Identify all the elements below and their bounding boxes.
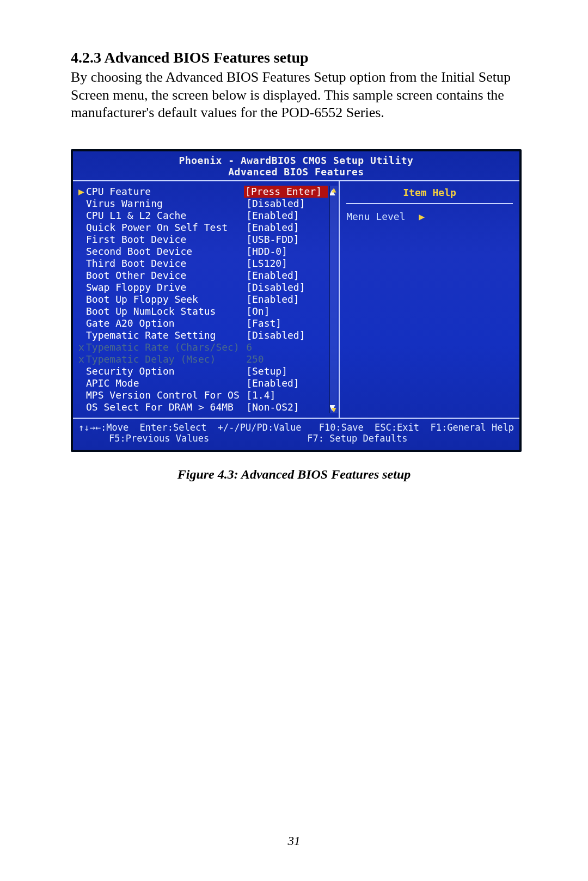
bios-option-label: Boot Up Floppy Seek xyxy=(86,293,246,305)
bios-option-value[interactable]: [Non-OS2] xyxy=(246,401,328,413)
bios-option-value[interactable]: [Enabled] xyxy=(246,222,328,234)
bios-option-row[interactable]: Typematic Rate Setting[Disabled] xyxy=(78,329,336,341)
figure-caption: Figure 4.3: Advanced BIOS Features setup xyxy=(71,467,517,482)
bios-option-row[interactable]: Quick Power On Self Test[Enabled] xyxy=(78,222,336,234)
bios-body: ▶CPU Feature[Press Enter]▲ Virus Warning… xyxy=(73,180,519,418)
bios-option-label: Typematic Delay (Msec) xyxy=(86,353,246,365)
bios-footer: ↑↓→←:Move Enter:Select +/-/PU/PD:Value F… xyxy=(73,419,519,450)
option-marker xyxy=(78,258,86,270)
option-marker xyxy=(78,270,86,282)
bios-options-pane: ▶CPU Feature[Press Enter]▲ Virus Warning… xyxy=(73,181,340,417)
bios-option-value[interactable]: [Enabled] xyxy=(246,210,328,222)
bios-option-label: APIC Mode xyxy=(86,377,246,389)
bios-title-line-2: Advanced BIOS Features xyxy=(73,166,519,178)
bios-option-label: CPU L1 & L2 Cache xyxy=(86,210,246,222)
bios-option-value[interactable]: [On] xyxy=(246,305,328,317)
bios-option-value[interactable]: [1.4] xyxy=(246,389,328,401)
bios-option-value[interactable]: [HDD-0] xyxy=(246,246,328,258)
disabled-marker-icon: x xyxy=(78,341,86,353)
bios-option-row: xTypematic Delay (Msec)250 xyxy=(78,353,336,365)
bios-option-label: Security Option xyxy=(86,365,246,377)
option-marker xyxy=(78,329,86,341)
disabled-marker-icon: x xyxy=(78,353,86,365)
bios-option-value[interactable]: [Enabled] xyxy=(246,270,328,282)
option-marker xyxy=(78,365,86,377)
bios-option-row[interactable]: Virus Warning[Disabled] xyxy=(78,198,336,210)
scroll-up-icon[interactable]: ▲ xyxy=(330,186,338,193)
option-marker xyxy=(78,377,86,389)
bios-option-value[interactable]: [Enabled] xyxy=(246,377,328,389)
bios-option-row[interactable]: Gate A20 Option[Fast] xyxy=(78,317,336,329)
bios-option-label: Virus Warning xyxy=(86,198,246,210)
footer-nav-hint-right: F10:Save ESC:Exit F1:General Help xyxy=(319,422,514,433)
footer-nav-hint-left: ↑↓→←:Move Enter:Select +/-/PU/PD:Value xyxy=(78,422,301,433)
bios-option-value[interactable]: [Fast] xyxy=(246,317,328,329)
option-marker xyxy=(78,234,86,246)
bios-option-row[interactable]: MPS Version Control For OS[1.4] xyxy=(78,389,336,401)
option-marker xyxy=(78,389,86,401)
bios-option-row[interactable]: First Boot Device[USB-FDD] xyxy=(78,234,336,246)
bios-option-row[interactable]: OS Select For DRAM > 64MB[Non-OS2]▼ xyxy=(78,401,336,413)
footer-f5-hint: F5:Previous Values xyxy=(109,433,209,444)
bios-option-row[interactable]: ▶CPU Feature[Press Enter]▲ xyxy=(78,186,336,198)
bios-option-value[interactable]: [USB-FDD] xyxy=(246,234,328,246)
body-paragraph: By choosing the Advanced BIOS Features S… xyxy=(71,69,517,122)
bios-option-row[interactable]: Boot Up NumLock Status[On] xyxy=(78,305,336,317)
option-marker xyxy=(78,282,86,293)
bios-option-value: 6 xyxy=(246,341,328,353)
footer-f7-hint: F7: Setup Defaults xyxy=(307,433,407,444)
item-help-title: Item Help xyxy=(346,187,513,204)
bios-option-label: MPS Version Control For OS xyxy=(86,389,246,401)
bios-option-label: CPU Feature xyxy=(86,186,244,198)
bios-option-row: xTypematic Rate (Chars/Sec)6 xyxy=(78,341,336,353)
option-marker xyxy=(78,246,86,258)
bios-option-row[interactable]: APIC Mode[Enabled] xyxy=(78,377,336,389)
bios-title-line-1: Phoenix - AwardBIOS CMOS Setup Utility xyxy=(73,155,519,167)
menu-level-arrow-icon: ▶ xyxy=(419,211,425,222)
bios-option-label: Boot Up NumLock Status xyxy=(86,305,246,317)
bios-option-row[interactable]: CPU L1 & L2 Cache[Enabled] xyxy=(78,210,336,222)
bios-option-row[interactable]: Boot Up Floppy Seek[Enabled] xyxy=(78,293,336,305)
bios-option-label: Third Boot Device xyxy=(86,258,246,270)
option-marker xyxy=(78,401,86,413)
bios-option-label: Gate A20 Option xyxy=(86,317,246,329)
option-marker xyxy=(78,210,86,222)
bios-option-label: Boot Other Device xyxy=(86,270,246,282)
bios-option-value[interactable]: [Press Enter] xyxy=(244,186,328,198)
option-marker xyxy=(78,317,86,329)
bios-option-label: First Boot Device xyxy=(86,234,246,246)
bios-option-row[interactable]: Third Boot Device[LS120] xyxy=(78,258,336,270)
bios-option-value[interactable]: [Disabled] xyxy=(246,282,328,293)
bios-option-label: Quick Power On Self Test xyxy=(86,222,246,234)
bios-option-label: Swap Floppy Drive xyxy=(86,282,246,293)
bios-option-value[interactable]: [Setup] xyxy=(246,365,328,377)
bios-option-row[interactable]: Second Boot Device[HDD-0] xyxy=(78,246,336,258)
bios-option-label: Typematic Rate (Chars/Sec) xyxy=(86,341,246,353)
triangle-marker-icon: ▶ xyxy=(78,186,86,198)
bios-option-value[interactable]: [LS120] xyxy=(246,258,328,270)
option-marker xyxy=(78,305,86,317)
page-number: 31 xyxy=(0,834,588,848)
option-marker xyxy=(78,293,86,305)
bios-option-value[interactable]: [Disabled] xyxy=(246,198,328,210)
bios-option-value[interactable]: [Disabled] xyxy=(246,329,328,341)
scroll-down-icon[interactable]: ▼ xyxy=(330,406,338,413)
bios-screen: Phoenix - AwardBIOS CMOS Setup Utility A… xyxy=(73,151,519,450)
bios-option-row[interactable]: Swap Floppy Drive[Disabled] xyxy=(78,282,336,293)
bios-option-row[interactable]: Security Option[Setup] xyxy=(78,365,336,377)
bios-option-label: OS Select For DRAM > 64MB xyxy=(86,401,246,413)
bios-option-label: Second Boot Device xyxy=(86,246,246,258)
bios-screenshot-frame: Phoenix - AwardBIOS CMOS Setup Utility A… xyxy=(71,149,522,452)
bios-header: Phoenix - AwardBIOS CMOS Setup Utility A… xyxy=(73,151,519,181)
bios-help-pane: Item Help Menu Level ▶ xyxy=(340,181,519,417)
menu-level-label: Menu Level ▶ xyxy=(346,211,513,223)
bios-option-value[interactable]: [Enabled] xyxy=(246,293,328,305)
bios-option-label: Typematic Rate Setting xyxy=(86,329,246,341)
section-heading: 4.2.3 Advanced BIOS Features setup xyxy=(71,49,517,66)
bios-option-row[interactable]: Boot Other Device[Enabled] xyxy=(78,270,336,282)
document-page: 4.2.3 Advanced BIOS Features setup By ch… xyxy=(0,0,588,881)
option-marker xyxy=(78,222,86,234)
bios-scrollbar[interactable]: ▲ ▼ xyxy=(329,186,338,413)
bios-option-value: 250 xyxy=(246,353,328,365)
option-marker xyxy=(78,198,86,210)
